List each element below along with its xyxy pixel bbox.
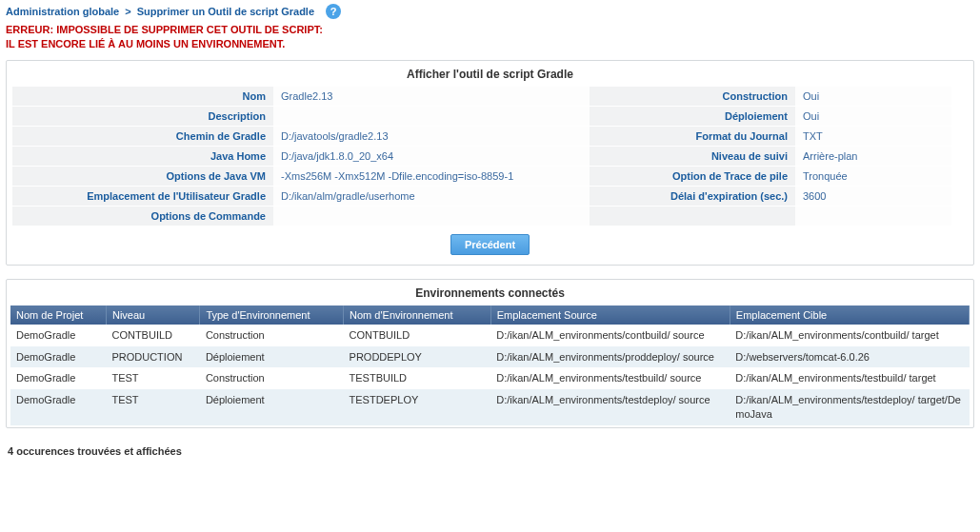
value-journal-format: TXT [795,127,951,147]
label-chemin-gradle: Chemin de Gradle [12,127,273,147]
value-description [273,107,590,127]
value-deploiement: Oui [795,107,951,127]
value-delai: 3600 [795,187,951,207]
table-row: DemoGradlePRODUCTIONDéploiementPRODDEPLO… [10,346,970,368]
breadcrumb-root-link[interactable]: Administration globale [6,6,119,17]
cell-type: Déploiement [200,346,344,368]
cell-type: Déploiement [200,389,344,425]
col-projet[interactable]: Nom de Projet [10,305,106,325]
env-table: Nom de Projet Niveau Type d'Environnemen… [10,305,970,425]
cell-niveau: PRODUCTION [106,346,199,368]
cell-source: D:/ikan/ALM_environments/testdeploy/ sou… [490,389,730,425]
error-line1: ERREUR: IMPOSSIBLE DE SUPPRIMER CET OUTI… [6,23,974,37]
col-type[interactable]: Type d'Environnement [200,305,344,325]
label-gradle-user-home: Emplacement de l'Utilisateur Gradle [12,187,273,207]
cell-projet: DemoGradle [10,346,106,368]
label-nom: Nom [12,87,273,107]
error-line2: IL EST ENCORE LIÉ À AU MOINS UN ENVIRONN… [6,37,974,51]
cell-source: D:/ikan/ALM_environments/proddeploy/ sou… [490,346,730,368]
cell-niveau: CONTBUILD [106,325,199,346]
label-delai: Délai d'expiration (sec.) [590,187,795,207]
tool-properties-grid: Nom Gradle2.13 Construction Oui Descript… [12,87,968,227]
cell-projet: DemoGradle [10,325,106,346]
cell-source: D:/ikan/ALM_environments/testbuild/ sour… [490,367,730,389]
value-cmd-options [273,207,590,227]
env-panel: Environnements connectés Nom de Projet N… [6,279,974,428]
breadcrumb-current: Supprimer un Outil de script Gradle [137,6,314,17]
value-chemin-gradle: D:/javatools/gradle2.13 [273,127,590,147]
help-icon[interactable]: ? [326,4,341,19]
table-row: DemoGradleCONTBUILDConstructionCONTBUILD… [10,325,970,346]
cell-cible: D:/ikan/ALM_environments/contbuild/ targ… [730,325,969,346]
cell-nomEnv: PRODDEPLOY [344,346,491,368]
col-niveau[interactable]: Niveau [106,305,199,325]
cell-cible: D:/webservers/tomcat-6.0.26 [730,346,969,368]
value-java-home: D:/java/jdk1.8.0_20_x64 [273,147,590,167]
cell-nomEnv: TESTBUILD [344,367,491,389]
table-row: DemoGradleTESTDéploiementTESTDEPLOYD:/ik… [10,389,970,425]
value-nom: Gradle2.13 [273,87,590,107]
cell-niveau: TEST [106,367,199,389]
col-cible[interactable]: Emplacement Cible [730,305,969,325]
label-construction: Construction [590,87,795,107]
cell-projet: DemoGradle [10,367,106,389]
error-message: ERREUR: IMPOSSIBLE DE SUPPRIMER CET OUTI… [6,21,974,60]
label-java-vm-options: Options de Java VM [12,167,273,187]
cell-type: Construction [200,325,344,346]
cell-type: Construction [200,367,344,389]
label-deploiement: Déploiement [590,107,795,127]
label-cmd-options: Options de Commande [12,207,273,227]
value-trace-option: Tronquée [795,167,951,187]
label-empty [590,207,795,227]
value-construction: Oui [795,87,951,107]
value-java-vm-options: -Xms256M -Xmx512M -Dfile.encoding=iso-88… [273,167,590,187]
cell-source: D:/ikan/ALM_environments/contbuild/ sour… [490,325,730,346]
value-empty [795,207,951,227]
value-niveau-suivi: Arrière-plan [795,147,951,167]
back-button[interactable]: Précédent [450,234,530,255]
cell-cible: D:/ikan/ALM_environments/testdeploy/ tar… [730,389,969,425]
env-panel-title: Environnements connectés [10,286,970,305]
tool-panel: Afficher l'outil de script Gradle Nom Gr… [6,60,974,266]
breadcrumb: Administration globale>Supprimer un Outi… [6,2,974,21]
cell-niveau: TEST [106,389,199,425]
col-source[interactable]: Emplacement Source [490,305,730,325]
value-gradle-user-home: D:/ikan/alm/gradle/userhome [273,187,590,207]
env-result-count: 4 occurences trouvées et affichées [6,442,974,463]
cell-nomEnv: CONTBUILD [344,325,491,346]
label-niveau-suivi: Niveau de suivi [590,147,795,167]
cell-cible: D:/ikan/ALM_environments/testbuild/ targ… [730,367,969,389]
table-row: DemoGradleTESTConstructionTESTBUILDD:/ik… [10,367,970,389]
label-description: Description [12,107,273,127]
tool-panel-title: Afficher l'outil de script Gradle [12,67,968,87]
label-trace-option: Option de Trace de pile [590,167,795,187]
cell-projet: DemoGradle [10,389,106,425]
label-java-home: Java Home [12,147,273,167]
env-table-header-row: Nom de Projet Niveau Type d'Environnemen… [10,305,970,325]
label-journal-format: Format du Journal [590,127,795,147]
col-nomenv[interactable]: Nom d'Environnement [344,305,491,325]
cell-nomEnv: TESTDEPLOY [344,389,491,425]
breadcrumb-sep: > [125,6,130,17]
